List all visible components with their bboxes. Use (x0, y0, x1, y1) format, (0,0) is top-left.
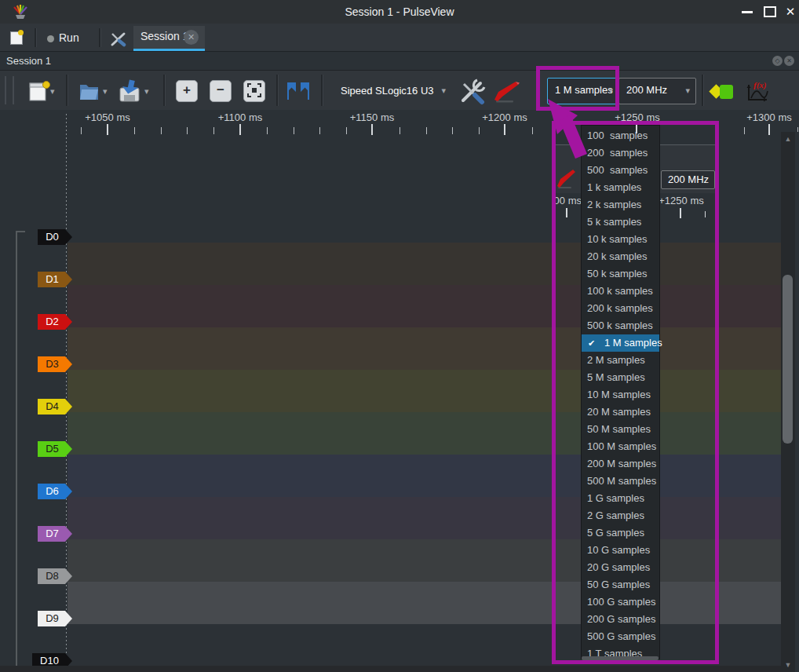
channel-label-d7[interactable]: D7 (38, 526, 72, 542)
configure-device-icon[interactable] (458, 79, 487, 105)
dropdown-item[interactable]: 5 G samples (582, 524, 659, 542)
dropdown-item[interactable]: 50 k samples (582, 265, 659, 283)
inset-ruler-tick (680, 208, 681, 218)
zoom-in-button[interactable]: + (176, 80, 198, 102)
dropdown-item[interactable]: ✔1 M samples (582, 334, 659, 352)
window-title: Session 1 - PulseView (0, 0, 799, 24)
ruler-unit-label: +1200 ms (482, 111, 527, 123)
toolbar-drag-handle[interactable] (5, 76, 14, 104)
svg-text:f(x): f(x) (753, 80, 767, 90)
minimize-button[interactable] (742, 11, 753, 13)
dropdown-item[interactable]: 500 G samples (582, 628, 659, 645)
channel-label-d5[interactable]: D5 (38, 441, 72, 457)
ruler-minor-tick (267, 127, 268, 134)
dropdown-item[interactable]: 5 M samples (582, 369, 659, 386)
dropdown-item[interactable]: 200 samples (582, 144, 659, 162)
trace-view (0, 145, 799, 666)
ruler-unit-label: +1250 ms (615, 111, 659, 123)
new-session-menu-arrow[interactable]: ▾ (50, 86, 55, 97)
new-session-icon[interactable] (28, 79, 50, 103)
channel-label-d9[interactable]: D9 (38, 611, 72, 626)
dropdown-item[interactable]: 100 G samples (582, 593, 659, 611)
dropdown-item[interactable]: 500 k samples (582, 317, 659, 334)
dropdown-item[interactable]: 100 M samples (582, 438, 659, 455)
dropdown-item[interactable]: 200 k samples (582, 300, 659, 317)
dock-close-icon[interactable]: ✕ (784, 56, 794, 66)
channel-label-d0[interactable]: D0 (38, 229, 72, 245)
dropdown-item[interactable]: 200 M samples (582, 455, 659, 473)
ruler-tick-overlay (636, 122, 637, 133)
add-decoder-icon[interactable] (708, 82, 735, 101)
channel-label-d4[interactable]: D4 (38, 399, 72, 415)
dropdown-item[interactable]: 200 G samples (582, 611, 659, 628)
channel-row-band (67, 497, 781, 540)
save-file-icon[interactable] (118, 79, 141, 104)
dock-title: Session 1 (6, 55, 51, 67)
ruler-unit-label: +1300 ms (746, 111, 791, 123)
probe-channels-icon[interactable] (493, 80, 521, 104)
dropdown-item[interactable]: 10 G samples (582, 542, 659, 559)
toolbar-separator (276, 75, 279, 106)
close-button[interactable]: ✕ (782, 3, 799, 20)
sample-count-dropdown-list[interactable]: 100 samples200 samples500 samples1 k sam… (581, 125, 660, 659)
ruler-minor-tick (319, 127, 320, 134)
dropdown-item[interactable]: 20 G samples (582, 559, 659, 576)
settings-tools-icon[interactable] (110, 31, 127, 47)
ruler-unit-label: +1150 ms (350, 111, 395, 123)
dropdown-item[interactable]: 10 M samples (582, 386, 659, 404)
zoom-fit-button[interactable] (243, 80, 265, 102)
channel-row-band (67, 327, 781, 371)
dock-float-icon[interactable]: ◇ (772, 56, 783, 66)
vertical-scrollbar-thumb[interactable] (783, 275, 793, 444)
channel-label-d8[interactable]: D8 (38, 568, 72, 584)
channel-label-d2[interactable]: D2 (38, 314, 72, 330)
sample-count-select[interactable]: 1 M samples ▾ (547, 78, 619, 104)
maximize-button[interactable] (764, 6, 776, 17)
run-button[interactable]: Run (41, 30, 89, 49)
sample-count-value: 1 M samples (548, 84, 613, 96)
device-select[interactable]: Sipeed SLogic16 U3 ▾ (333, 78, 452, 104)
channel-label-d6[interactable]: D6 (38, 484, 72, 499)
show-cursors-icon[interactable] (284, 81, 312, 101)
dropdown-item[interactable]: 100 samples (582, 127, 659, 144)
inset-ruler-left-label: +1200 ms (553, 195, 582, 207)
dropdown-item[interactable]: 20 M samples (582, 404, 659, 421)
ruler-minor-tick (744, 127, 745, 134)
dropdown-item[interactable]: 1 k samples (582, 179, 659, 196)
ruler-minor-tick (479, 127, 480, 134)
scroll-up-icon[interactable]: ▲ (781, 135, 795, 143)
dropdown-item[interactable]: 2 k samples (582, 196, 659, 214)
dropdown-item[interactable]: 500 M samples (582, 473, 659, 490)
dropdown-item[interactable]: 50 M samples (582, 421, 659, 438)
sample-rate-value: 200 MHz (619, 84, 667, 96)
dropdown-item[interactable]: 2 G samples (582, 507, 659, 524)
inset-probe-icon (556, 168, 577, 190)
dropdown-scroll-indicator[interactable] (582, 656, 659, 660)
dropdown-item[interactable]: 500 samples (582, 162, 659, 179)
dropdown-item[interactable]: 20 k samples (582, 248, 659, 265)
new-view-button[interactable] (6, 30, 28, 49)
open-menu-arrow[interactable]: ▾ (103, 86, 108, 97)
dropdown-item[interactable]: 1 G samples (582, 490, 659, 507)
zoom-out-button[interactable]: − (210, 80, 232, 102)
vertical-scrollbar[interactable]: ▲ ▼ (781, 132, 795, 672)
scroll-down-icon[interactable]: ▼ (781, 661, 795, 669)
channel-label-d1[interactable]: D1 (38, 272, 72, 287)
ruler-major-tick (504, 124, 505, 135)
sample-rate-select[interactable]: 200 MHz ▾ (618, 78, 696, 104)
tab-close-icon[interactable]: ✕ (184, 30, 199, 45)
horizontal-scrollbar[interactable] (0, 666, 781, 672)
pulseview-window: Session 1 - PulseView ✕ Run Session 1 ✕ … (0, 0, 799, 672)
open-file-icon[interactable] (78, 79, 100, 103)
dropdown-item[interactable]: 5 k samples (582, 214, 659, 231)
tab-session-1[interactable]: Session 1 ✕ (133, 26, 205, 49)
save-menu-arrow[interactable]: ▾ (144, 86, 149, 97)
dropdown-item[interactable]: 10 k samples (582, 231, 659, 248)
dropdown-item[interactable]: 50 G samples (582, 576, 659, 593)
tab-label: Session 1 (140, 30, 188, 42)
add-math-signal-icon[interactable]: f(x) (743, 79, 772, 105)
dropdown-item[interactable]: 2 M samples (582, 352, 659, 369)
channel-row-band (67, 412, 781, 455)
dropdown-item[interactable]: 100 k samples (582, 283, 659, 300)
channel-label-d3[interactable]: D3 (38, 356, 72, 372)
